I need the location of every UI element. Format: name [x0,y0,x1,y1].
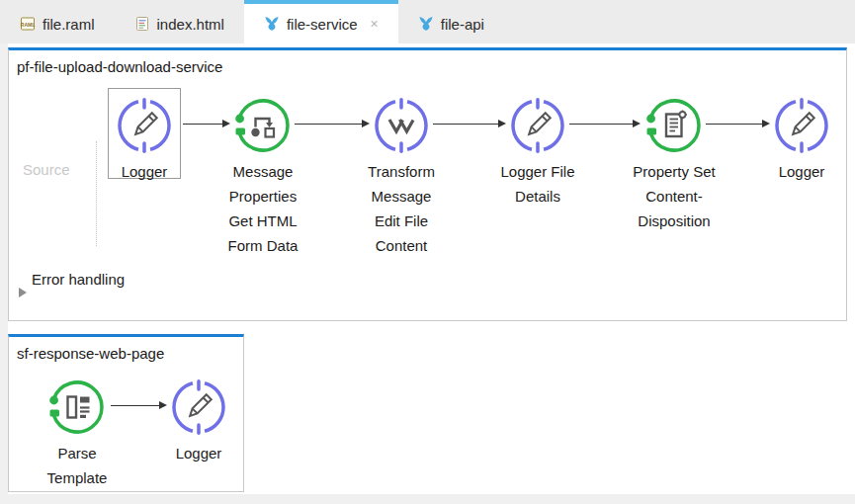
flow-connector-arrow [183,124,228,125]
flow-connector-arrow [295,124,368,125]
tab-label: index.html [157,16,224,33]
mule-project-icon [264,16,280,32]
mule-project-icon [418,16,434,32]
component-label: Logger [122,159,168,184]
component-label: Parse Template [47,441,108,490]
logger-icon [774,98,829,153]
tab-file-raml[interactable]: RAML file.raml [0,0,115,43]
source-section-label: Source [23,161,70,178]
flow-container-sf-response-web-page[interactable]: sf-response-web-page Parse Template [8,334,244,492]
flow-canvas: pf-file-upload-download-service Source [8,43,855,494]
flow-connector-arrow [433,124,504,125]
tab-label: file-api [441,16,484,33]
transform-message-icon [374,98,429,153]
component-property-set[interactable]: Property Set Content- Disposition [600,98,748,233]
logger-icon [510,98,565,153]
component-label: Message Properties Get HTML Form Data [228,159,299,258]
logger-icon [117,98,172,153]
flow-title: pf-file-upload-download-service [17,58,222,75]
component-logger-3[interactable]: Logger [125,379,273,465]
flow-container-pf-file-upload-download-service[interactable]: pf-file-upload-download-service Source [8,47,847,321]
parse-template-icon [49,379,105,435]
tab-file-service[interactable]: file-service × [244,0,398,43]
flow-connector-arrow [111,405,165,406]
property-set-icon [646,98,702,153]
component-label: Transform Message Edit File Content [368,159,435,258]
component-label: Logger [176,441,222,465]
tab-label: file-service [287,16,358,33]
flow-title: sf-response-web-page [17,345,164,362]
component-logger-2[interactable]: Logger [727,98,855,184]
flow-editor-window: RAML file.raml index.html [0,0,855,504]
logger-icon [171,379,226,435]
flow-connector-arrow [569,124,639,125]
tab-label: file.raml [43,16,95,33]
component-logger-file-details[interactable]: Logger File Details [464,98,612,209]
editor-tabbar: RAML file.raml index.html [0,0,855,43]
tab-close-icon[interactable]: × [371,17,379,31]
component-label: Logger [779,159,825,184]
error-handling-expand-icon[interactable] [19,288,27,297]
component-message-properties[interactable]: Message Properties Get HTML Form Data [189,98,337,258]
tab-index-html[interactable]: index.html [115,0,244,43]
message-properties-icon [235,98,291,153]
error-handling-label[interactable]: Error handling [31,267,126,293]
raml-file-icon: RAML [20,16,36,32]
svg-text:RAML: RAML [21,22,35,28]
tab-file-api[interactable]: file-api [398,0,504,43]
component-label: Logger File Details [500,159,574,209]
component-transform-message[interactable]: Transform Message Edit File Content [327,98,475,258]
html-file-icon [134,16,150,32]
component-label: Property Set Content- Disposition [633,159,715,233]
flow-connector-arrow [706,124,768,125]
